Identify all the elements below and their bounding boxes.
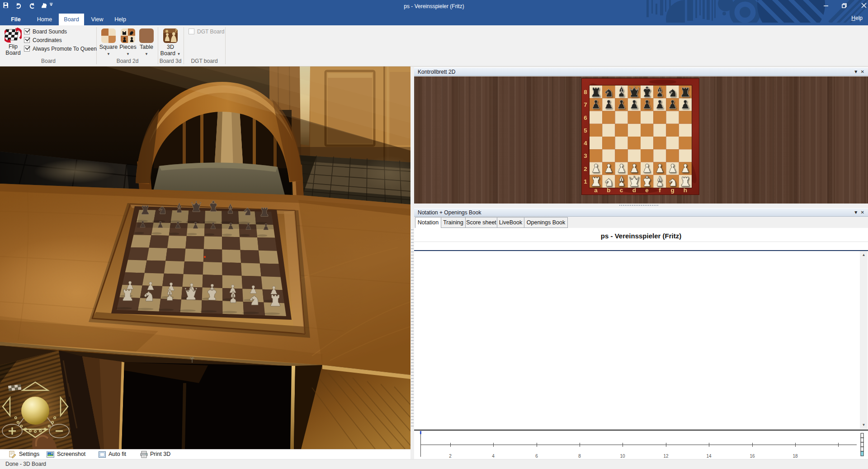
svg-text:8: 8	[578, 454, 581, 459]
svg-text:g: g	[671, 187, 675, 194]
svg-text:6: 6	[584, 114, 587, 121]
svg-text:d: d	[632, 187, 636, 194]
svg-text:10: 10	[620, 454, 625, 459]
svg-text:16: 16	[750, 454, 755, 459]
svg-text:f: f	[659, 187, 661, 194]
svg-text:8: 8	[584, 89, 587, 95]
svg-text:h: h	[684, 187, 687, 194]
svg-text:4: 4	[492, 454, 495, 459]
svg-text:2: 2	[584, 166, 587, 172]
svg-text:7: 7	[584, 101, 587, 108]
svg-text:4: 4	[584, 140, 587, 147]
svg-text:5: 5	[584, 127, 587, 134]
svg-text:18: 18	[793, 454, 798, 459]
svg-text:12: 12	[663, 454, 669, 459]
svg-text:b: b	[607, 187, 610, 194]
svg-text:a: a	[594, 187, 598, 194]
svg-text:1: 1	[584, 178, 587, 185]
svg-text:2: 2	[449, 454, 452, 459]
svg-text:3: 3	[584, 152, 587, 159]
svg-text:14: 14	[706, 454, 712, 459]
svg-text:c: c	[620, 187, 623, 194]
svg-text:e: e	[645, 187, 649, 194]
svg-text:6: 6	[535, 454, 538, 459]
